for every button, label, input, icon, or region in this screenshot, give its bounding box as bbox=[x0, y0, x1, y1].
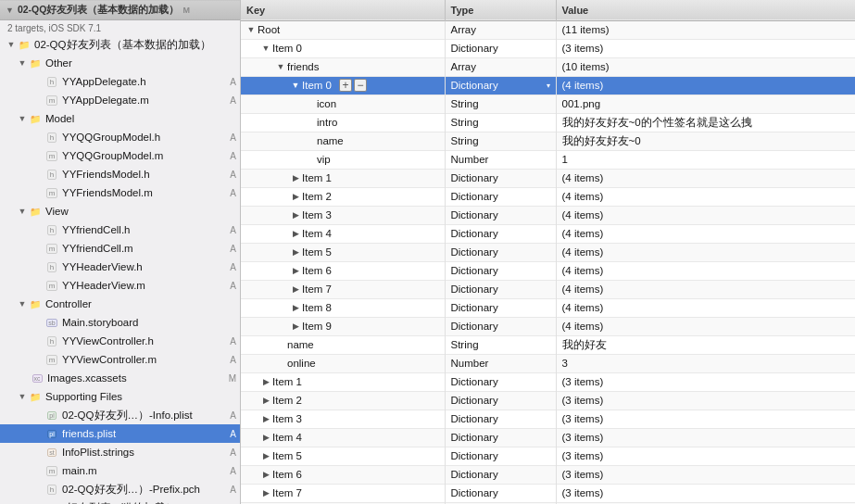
file-yyfriendcell-m[interactable]: m YYfriendCell.m A bbox=[0, 239, 240, 258]
project-header[interactable]: ▼ 02-QQ好友列表（基本数据的加载） M bbox=[0, 0, 240, 20]
table-row[interactable]: ▶Item 6Dictionary(4 items) bbox=[241, 261, 855, 280]
table-row[interactable]: ▶Item 9Dictionary(4 items) bbox=[241, 317, 855, 335]
file-main-m[interactable]: m main.m A bbox=[0, 461, 240, 480]
table-row[interactable]: ▶Item 3Dictionary(3 items) bbox=[241, 410, 855, 428]
table-row[interactable]: ▶Item 5Dictionary(4 items) bbox=[241, 243, 855, 261]
table-row[interactable]: ▶Item 2Dictionary(3 items) bbox=[241, 391, 855, 410]
group-tests[interactable]: ▶ 📁 02-QQ好友列表…猫的加载）Tests bbox=[0, 498, 240, 504]
plist-type-cell[interactable]: Dictionary bbox=[445, 410, 556, 428]
plist-type-cell[interactable]: Dictionary bbox=[445, 206, 556, 224]
chevron-right-icon[interactable]: ▶ bbox=[259, 470, 272, 479]
chevron-right-icon[interactable]: ▶ bbox=[289, 303, 302, 312]
chevron-down-icon[interactable]: ▼ bbox=[274, 62, 287, 71]
plist-type-cell[interactable]: Dictionary bbox=[445, 169, 556, 187]
chevron-down-icon[interactable]: ▼ bbox=[259, 44, 272, 53]
plist-type-cell[interactable]: Dictionary bbox=[445, 391, 556, 410]
plist-type-cell[interactable]: Dictionary bbox=[445, 372, 556, 391]
table-row[interactable]: iconString001.png bbox=[241, 94, 855, 113]
chevron-right-icon[interactable]: ▶ bbox=[289, 284, 302, 294]
file-yyfriendsmodel-m[interactable]: m YYFriendsModel.m A bbox=[0, 183, 240, 202]
group-supporting[interactable]: ▼ 📁 Supporting Files bbox=[0, 387, 240, 406]
plist-type-cell[interactable]: Dictionary ▾ bbox=[445, 76, 556, 94]
table-row[interactable]: ▶Item 4Dictionary(4 items) bbox=[241, 224, 855, 243]
group-other[interactable]: ▼ 📁 Other bbox=[0, 54, 240, 72]
table-row[interactable]: nameString我的好友好友~0 bbox=[241, 132, 855, 150]
chevron-right-icon[interactable]: ▶ bbox=[289, 266, 302, 275]
plist-type-cell[interactable]: Dictionary bbox=[445, 39, 556, 57]
table-row[interactable]: onlineNumber3 bbox=[241, 354, 855, 372]
table-row[interactable]: ▶Item 8Dictionary(4 items) bbox=[241, 298, 855, 317]
plist-type-cell[interactable]: Dictionary bbox=[445, 317, 556, 335]
file-yyfriendsmodel-h[interactable]: h YYFriendsModel.h A bbox=[0, 165, 240, 183]
table-row[interactable]: ▶Item 4Dictionary(3 items) bbox=[241, 428, 855, 447]
file-yyqqgroupmodel-m[interactable]: m YYQQGroupModel.m A bbox=[0, 146, 240, 165]
table-row[interactable]: ▼Item 0+−Dictionary ▾(4 items) bbox=[241, 76, 855, 94]
table-row[interactable]: ▼RootArray(11 items) bbox=[241, 20, 855, 39]
table-row[interactable]: ▶Item 1Dictionary(4 items) bbox=[241, 169, 855, 187]
plist-type-cell[interactable]: Array bbox=[445, 20, 556, 39]
file-yyappdelegate-h[interactable]: h YYAppDelegate.h A bbox=[0, 72, 240, 91]
table-row[interactable]: nameString我的好友 bbox=[241, 335, 855, 354]
plist-type-cell[interactable]: Dictionary bbox=[445, 187, 556, 206]
chevron-right-icon[interactable]: ▶ bbox=[289, 192, 302, 201]
file-infoplist-strings[interactable]: st InfoPlist.strings A bbox=[0, 443, 240, 461]
plist-type-cell[interactable]: String bbox=[445, 335, 556, 354]
plist-type-cell[interactable]: Dictionary bbox=[445, 465, 556, 484]
plist-type-cell[interactable]: String bbox=[445, 94, 556, 113]
chevron-right-icon[interactable]: ▶ bbox=[289, 321, 302, 331]
file-yyappdelegate-m[interactable]: m YYAppDelegate.m A bbox=[0, 91, 240, 109]
plist-type-cell[interactable]: String bbox=[445, 132, 556, 150]
file-yyviewcontroller-h[interactable]: h YYViewController.h A bbox=[0, 332, 240, 350]
chevron-right-icon[interactable]: ▶ bbox=[259, 451, 272, 460]
chevron-right-icon[interactable]: ▶ bbox=[289, 173, 302, 183]
plist-type-cell[interactable]: Dictionary bbox=[445, 484, 556, 502]
file-prefix-pch[interactable]: h 02-QQ好友列…）-Prefix.pch A bbox=[0, 480, 240, 498]
plist-type-cell[interactable]: Dictionary bbox=[445, 447, 556, 465]
table-row[interactable]: vipNumber1 bbox=[241, 150, 855, 169]
chevron-down-icon[interactable]: ▼ bbox=[245, 25, 258, 34]
table-row[interactable]: ▶Item 6Dictionary(3 items) bbox=[241, 465, 855, 484]
plist-type-cell[interactable]: Dictionary bbox=[445, 280, 556, 298]
table-row[interactable]: ▶Item 3Dictionary(4 items) bbox=[241, 206, 855, 224]
table-row[interactable]: ▼friendsArray(10 items) bbox=[241, 57, 855, 76]
file-yyheaderview-h[interactable]: h YYHeaderView.h A bbox=[0, 258, 240, 276]
remove-item-button[interactable]: − bbox=[354, 79, 367, 92]
file-yyheaderview-m[interactable]: m YYHeaderView.m A bbox=[0, 276, 240, 295]
chevron-right-icon[interactable]: ▶ bbox=[289, 229, 302, 238]
plist-type-cell[interactable]: Dictionary bbox=[445, 243, 556, 261]
plist-type-cell[interactable]: Dictionary bbox=[445, 224, 556, 243]
table-row[interactable]: ▶Item 7Dictionary(3 items) bbox=[241, 484, 855, 502]
table-row[interactable]: ▼Item 0Dictionary(3 items) bbox=[241, 39, 855, 57]
main-group[interactable]: ▼ 📁 02-QQ好友列表（基本数据的加载） bbox=[0, 35, 240, 54]
group-controller[interactable]: ▼ 📁 Controller bbox=[0, 295, 240, 313]
file-main-storyboard[interactable]: sb Main.storyboard bbox=[0, 313, 240, 332]
plist-type-cell[interactable]: Dictionary bbox=[445, 428, 556, 447]
chevron-right-icon[interactable]: ▶ bbox=[259, 396, 272, 405]
file-yyviewcontroller-m[interactable]: m YYViewController.m A bbox=[0, 350, 240, 369]
group-view[interactable]: ▼ 📁 View bbox=[0, 202, 240, 220]
table-row[interactable]: ▶Item 5Dictionary(3 items) bbox=[241, 447, 855, 465]
chevron-right-icon[interactable]: ▶ bbox=[259, 433, 272, 442]
table-row[interactable]: ▶Item 1Dictionary(3 items) bbox=[241, 372, 855, 391]
file-images-xcassets[interactable]: xc Images.xcassets M bbox=[0, 369, 240, 387]
type-dropdown-arrow[interactable]: ▾ bbox=[547, 82, 550, 90]
chevron-right-icon[interactable]: ▶ bbox=[259, 488, 272, 498]
group-model[interactable]: ▼ 📁 Model bbox=[0, 109, 240, 128]
plist-type-cell[interactable]: Dictionary bbox=[445, 298, 556, 317]
table-row[interactable]: introString我的好友好友~0的个性签名就是这么拽 bbox=[241, 113, 855, 132]
chevron-right-icon[interactable]: ▶ bbox=[289, 247, 302, 257]
plist-type-cell[interactable]: Dictionary bbox=[445, 261, 556, 280]
table-row[interactable]: ▶Item 2Dictionary(4 items) bbox=[241, 187, 855, 206]
chevron-right-icon[interactable]: ▶ bbox=[289, 210, 302, 220]
file-yyqqgroupmodel-h[interactable]: h YYQQGroupModel.h A bbox=[0, 128, 240, 146]
add-item-button[interactable]: + bbox=[339, 79, 352, 92]
chevron-right-icon[interactable]: ▶ bbox=[259, 377, 272, 386]
plist-type-cell[interactable]: Array bbox=[445, 57, 556, 76]
table-row[interactable]: ▶Item 7Dictionary(4 items) bbox=[241, 280, 855, 298]
plist-type-cell[interactable]: String bbox=[445, 113, 556, 132]
file-yyfriendcell-h[interactable]: h YYfriendCell.h A bbox=[0, 220, 240, 239]
file-friends-plist[interactable]: pl friends.plist A bbox=[0, 424, 240, 443]
plist-type-cell[interactable]: Number bbox=[445, 354, 556, 372]
chevron-down-icon[interactable]: ▼ bbox=[289, 81, 302, 90]
file-info-plist[interactable]: pl 02-QQ好友列…）-Info.plist A bbox=[0, 406, 240, 424]
